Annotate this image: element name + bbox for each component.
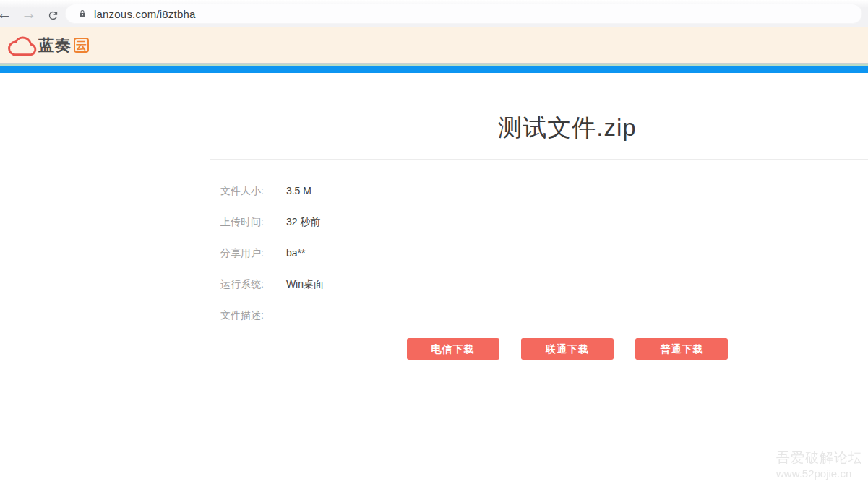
watermark-line1: 吾爱破解论坛 (776, 449, 863, 466)
download-buttons: 电信下载 联通下载 普通下载 (210, 338, 868, 360)
title-divider (210, 159, 868, 160)
watermark: 吾爱破解论坛 www.52pojie.cn (776, 449, 863, 481)
url-text[interactable]: lanzous.com/i8ztbha (94, 8, 196, 20)
accent-bar (0, 66, 868, 73)
lock-icon (78, 9, 87, 19)
file-title: 测试文件.zip (210, 112, 868, 144)
main-content: 测试文件.zip 文件大小: 3.5 M 上传时间: 32 秒前 分享用户: b… (210, 112, 868, 360)
file-info-list: 文件大小: 3.5 M 上传时间: 32 秒前 分享用户: ba** 运行系统:… (210, 185, 868, 321)
share-user-value: ba** (286, 247, 305, 259)
file-size-value: 3.5 M (286, 185, 311, 196)
share-user-row: 分享用户: ba** (220, 247, 868, 259)
upload-time-row: 上传时间: 32 秒前 (220, 216, 868, 228)
upload-time-value: 32 秒前 (286, 216, 320, 228)
normal-download-button[interactable]: 普通下载 (635, 338, 728, 360)
back-icon[interactable]: ← (0, 4, 14, 23)
forward-icon[interactable]: → (20, 4, 38, 23)
upload-time-label: 上传时间: (220, 216, 283, 228)
cloud-icon (5, 34, 37, 57)
unicom-download-button[interactable]: 联通下载 (521, 338, 614, 360)
file-description-row: 文件描述: (220, 309, 868, 321)
run-system-value: Win桌面 (286, 278, 324, 290)
share-user-label: 分享用户: (220, 247, 283, 259)
run-system-row: 运行系统: Win桌面 (220, 278, 868, 290)
watermark-line2: www.52pojie.cn (776, 466, 863, 481)
browser-toolbar: ← → lanzous.com/i8ztbha (0, 0, 868, 27)
brand-text: 蓝奏 (38, 35, 72, 56)
file-description-label: 文件描述: (220, 309, 283, 321)
file-size-label: 文件大小: (220, 185, 283, 196)
file-size-row: 文件大小: 3.5 M (220, 185, 868, 196)
site-header: 蓝奏 云 (0, 27, 868, 63)
refresh-icon[interactable] (43, 4, 62, 23)
telecom-download-button[interactable]: 电信下载 (407, 338, 499, 360)
site-logo[interactable]: 蓝奏 云 (5, 34, 89, 57)
address-bar[interactable]: lanzous.com/i8ztbha (65, 4, 862, 24)
brand-badge: 云 (74, 38, 89, 53)
run-system-label: 运行系统: (220, 278, 283, 290)
